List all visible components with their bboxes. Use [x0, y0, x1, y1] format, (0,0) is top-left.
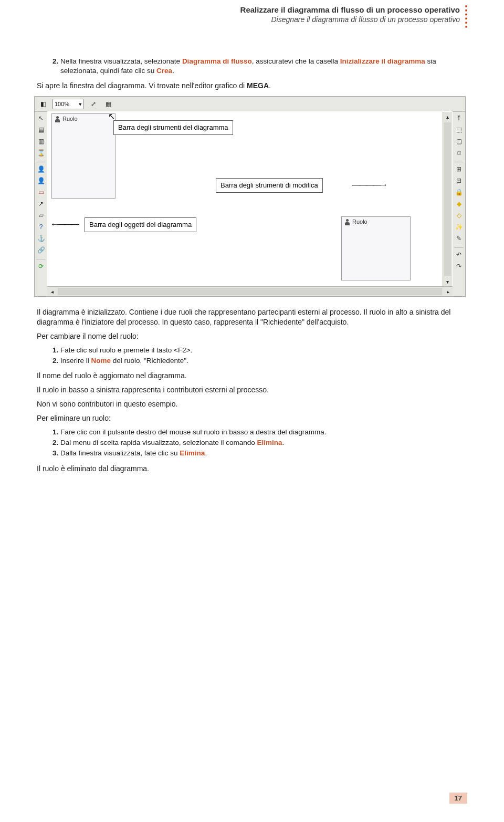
grid-icon[interactable]: ▤ [36, 125, 46, 134]
grid-button[interactable]: ▦ [103, 99, 113, 109]
zoom-fit-button[interactable]: ⤢ [88, 99, 99, 109]
change-step-2b: Nome [91, 357, 111, 365]
page-header: Realizzare il diagramma di flusso di un … [37, 5, 467, 28]
mid-l3: Non vi sono contributori in questo esemp… [37, 399, 467, 409]
magic-icon[interactable]: ✨ [454, 222, 464, 232]
anchor-icon[interactable]: ⚓ [36, 234, 46, 243]
role-label: Ruolo [55, 115, 78, 123]
undo-icon[interactable]: ↶ [454, 250, 464, 259]
editor-icon[interactable]: ◧ [38, 99, 48, 109]
left-object-toolbar: ↖ ▤ ▥ ⌛ 👤 👤 ▭ ↗ ▱ ? ⚓ 🔗 ⟳ [35, 111, 48, 287]
scroll-down-icon[interactable]: ▾ [443, 277, 452, 286]
question-icon[interactable]: ? [36, 222, 46, 232]
connector-icon[interactable]: ↗ [36, 199, 46, 209]
arrow-icon: ←——— [50, 220, 78, 228]
page-number: 17 [449, 793, 467, 804]
diagram-editor: ◧ 100% ▾ ⤢ ▦ ↖ ▤ ▥ ⌛ 👤 👤 ▭ ↗ ▱ ? [34, 96, 466, 297]
pencil-icon[interactable]: ✎ [454, 234, 464, 243]
lock-icon[interactable]: 🔒 [454, 188, 464, 197]
link-icon[interactable]: 🔗 [36, 245, 46, 255]
arrow-icon: ————→ [352, 181, 386, 189]
intro-step2-b: , assicuratevi che la casella [252, 57, 340, 65]
intro-line-c: . [269, 81, 271, 90]
role-label: Ruolo [345, 218, 368, 226]
line-color-icon[interactable]: ◇ [454, 211, 464, 220]
person-icon [345, 219, 350, 225]
mid-l2: Il ruolo in basso a sinistra rappresenta… [37, 385, 467, 395]
intro-step2-crea: Crea [156, 67, 172, 75]
role-text: Ruolo [62, 115, 78, 123]
zoom-combo[interactable]: 100% ▾ [52, 99, 84, 109]
ungroup-icon[interactable]: ⊟ [454, 176, 464, 185]
delete-step-2b: Elimina [257, 439, 282, 446]
mid-l1: Il nome del ruolo è aggiornato nel diagr… [37, 371, 467, 381]
role-top-left[interactable]: Ruolo [51, 113, 116, 199]
scroll-left-icon[interactable]: ◂ [47, 287, 57, 296]
redo-icon[interactable]: ↷ [454, 262, 464, 271]
callout-objects: Barra degli oggetti del diagramma [85, 217, 196, 232]
person-green-icon[interactable]: 👤 [36, 176, 46, 185]
bring-front-icon[interactable]: ⬚ [454, 125, 464, 134]
intro-step2-a: Nella finestra visualizzata, selezionate [60, 57, 182, 65]
callout-modify: Barra degli strumenti di modifica [216, 178, 323, 193]
scroll-right-icon[interactable]: ▸ [443, 287, 453, 296]
delete-step-3a: Dalla finestra visualizzata, fate clic s… [60, 449, 180, 457]
intro-line-mega: MEGA [247, 81, 269, 90]
change-step-2a: Inserire il [60, 357, 91, 365]
intro-line-a: Si apre la finestra del diagramma. Vi tr… [37, 81, 247, 90]
arrow-icon: ↖ [108, 112, 115, 121]
group-icon[interactable]: ⊞ [454, 164, 464, 174]
zoom-value: 100% [55, 100, 69, 108]
pointer-icon[interactable]: ↖ [36, 113, 46, 123]
intro-step2-init: Inizializzare il diagramma [340, 57, 425, 65]
editor-top-toolbar: ◧ 100% ▾ ⤢ ▦ [35, 97, 465, 112]
intro-step2-diagram: Diagramma di flusso [182, 57, 252, 65]
role-text: Ruolo [352, 218, 368, 226]
scroll-thumb[interactable] [444, 122, 451, 276]
refresh-icon[interactable]: ⟳ [36, 262, 46, 271]
scroll-thumb[interactable] [58, 288, 442, 295]
fill-color-icon[interactable]: ◆ [454, 199, 464, 209]
intro-step2-d: . [172, 67, 174, 75]
separator [454, 160, 464, 162]
vertical-scrollbar[interactable]: ▴ ▾ [443, 112, 452, 286]
list-icon[interactable]: ▥ [36, 137, 46, 146]
end-line: Il ruolo è eliminato dal diagramma. [37, 464, 467, 474]
delete-step-2c: . [282, 439, 284, 446]
separator [36, 160, 46, 162]
delete-step-1: Fare clic con il pulsante destro del mou… [60, 428, 327, 436]
diagram-canvas[interactable]: Ruolo Ruolo [47, 111, 453, 287]
person-blue-icon[interactable]: 👤 [36, 164, 46, 174]
separator [36, 257, 46, 259]
para-change-role: Per cambiare il nome del ruolo: [37, 331, 467, 341]
person-icon [55, 116, 60, 122]
mid-l4: Per eliminare un ruolo: [37, 413, 467, 423]
chevron-down-icon: ▾ [79, 100, 82, 108]
hourglass-icon[interactable]: ⌛ [36, 148, 46, 158]
change-step-2c: del ruolo, "Richiedente". [111, 357, 188, 365]
delete-step-3b: Elimina [180, 449, 205, 457]
horizontal-scrollbar[interactable]: ◂ ▸ [47, 286, 453, 296]
callout-toolbar: Barra degli strumenti del diagramma [113, 120, 233, 135]
role-bottom-right[interactable]: Ruolo [341, 216, 411, 280]
parallelogram-icon[interactable]: ▱ [36, 211, 46, 220]
dist-icon[interactable]: ⎅ [454, 148, 464, 158]
right-modify-toolbar: ⤒ ⬚ ▢ ⎅ ⊞ ⊟ 🔒 ◆ ◇ ✨ ✎ ↶ ↷ [452, 111, 465, 287]
header-title: Realizzare il diagramma di flusso di un … [37, 5, 460, 14]
para-diagram-init: Il diagramma è inizializzato. Contiene i… [37, 307, 467, 327]
delete-step-3c: . [205, 449, 207, 457]
change-step-1: Fate clic sul ruolo e premete il tasto <… [60, 346, 192, 354]
intro-steps: Nella finestra visualizzata, selezionate… [37, 57, 467, 76]
delete-step-2a: Dal menu di scelta rapida visualizzato, … [60, 439, 257, 446]
align-top-icon[interactable]: ⤒ [454, 113, 464, 123]
scroll-up-icon[interactable]: ▴ [443, 112, 452, 121]
header-subtitle: Disegnare il diagramma di flusso di un p… [37, 15, 460, 24]
send-back-icon[interactable]: ▢ [454, 137, 464, 146]
delete-role-steps: Fare clic con il pulsante destro del mou… [37, 428, 467, 459]
rect-red-icon[interactable]: ▭ [36, 188, 46, 197]
separator [454, 245, 464, 248]
change-role-steps: Fate clic sul ruolo e premete il tasto <… [37, 346, 467, 366]
